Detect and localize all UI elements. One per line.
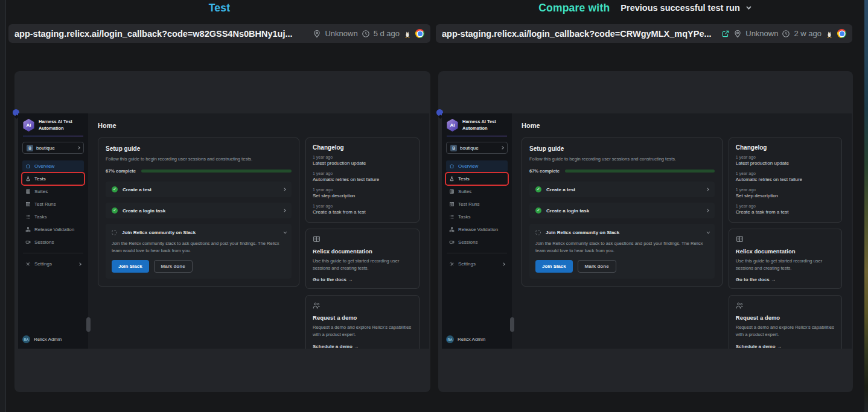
join-slack-description: Join the Relicx community slack to ask q…	[535, 240, 709, 254]
changelog-entry: 1 year ago Create a task from a test	[313, 204, 412, 215]
screenshot-container: AI Harness AI Test Automation B boutique	[438, 71, 853, 392]
changelog-text: Latest production update	[736, 160, 835, 166]
project-selector[interactable]: B boutique	[446, 142, 508, 154]
dropdown-label: Previous successful test run	[621, 3, 739, 13]
sidebar-item-tests[interactable]: Tests	[446, 173, 508, 185]
changelog-entry: 1 year ago Latest production update	[313, 155, 412, 166]
checklist-item-join-slack-header[interactable]: Join Relicx community on Slack	[535, 230, 709, 235]
docs-title: Relicx documentation	[736, 248, 835, 255]
chevron-down-icon	[706, 230, 710, 233]
page-title: Home	[522, 122, 842, 129]
sidebar-item-suites[interactable]: Suites	[446, 186, 508, 197]
join-slack-button[interactable]: Join Slack	[112, 260, 149, 273]
right-edge-strip	[864, 0, 868, 412]
demo-link[interactable]: Schedule a demo →	[313, 344, 412, 349]
sidebar-item-test-runs[interactable]: Test Runs	[446, 198, 508, 210]
sidebar-collapse-handle[interactable]	[86, 317, 91, 332]
hierarchy-icon	[449, 227, 455, 232]
mark-done-button[interactable]: Mark done	[154, 260, 193, 273]
chevron-right-icon	[282, 188, 286, 191]
sidebar-item-tests[interactable]: Tests	[22, 173, 84, 185]
external-link-icon[interactable]	[721, 30, 730, 38]
setup-guide-card: Setup guide Follow this guide to begin r…	[522, 138, 723, 287]
sidebar-collapse-handle[interactable]	[510, 317, 514, 332]
chevron-right-icon	[77, 146, 80, 150]
video-icon	[25, 239, 31, 245]
mark-done-button[interactable]: Mark done	[578, 260, 616, 273]
app-sidebar: AI Harness AI Test Automation B boutique	[18, 113, 88, 349]
checklist-item-create-login-task[interactable]: ✓ Create a login task	[529, 203, 715, 218]
check-circle-icon: ✓	[112, 208, 118, 214]
sidebar-item-overview[interactable]: Overview	[446, 160, 508, 172]
app-logo: AI Harness AI Test Automation	[22, 119, 84, 132]
grid-icon	[449, 189, 455, 194]
changelog-entry: 1 year ago Automatic retries on test fai…	[736, 171, 835, 182]
compare-run-dropdown[interactable]: Previous successful test run	[621, 3, 749, 13]
project-badge: B	[450, 145, 457, 151]
url-bar[interactable]: app-staging.relicx.ai/login_callback?cod…	[436, 24, 852, 43]
user-row[interactable]: RA Relicx Admin	[446, 335, 508, 343]
changelog-time: 1 year ago	[736, 204, 835, 208]
check-circle-icon: ✓	[535, 208, 541, 214]
chevron-right-icon	[78, 262, 81, 266]
app-main: Home Setup guide Follow this guide to be…	[512, 113, 852, 349]
clock-icon	[362, 30, 370, 38]
sidebar-item-tasks[interactable]: Tasks	[446, 211, 508, 223]
sidebar-divider	[23, 136, 83, 136]
docs-description: Use this guide to get started recording …	[736, 258, 835, 271]
url-text: app-staging.relicx.ai/login_callback?cod…	[442, 29, 712, 39]
screenshot-container: AI Harness AI Test Automation B boutique	[14, 71, 430, 392]
changelog-card: Changelog 1 year ago Latest production u…	[305, 138, 420, 223]
demo-description: Request a demo and explore Relicx's capa…	[313, 324, 412, 338]
people-icon	[313, 302, 412, 311]
user-name: Relicx Admin	[458, 337, 485, 342]
docs-link[interactable]: Go to the docs →	[313, 277, 412, 282]
checklist-item-join-slack-header[interactable]: Join Relicx community on Slack	[112, 230, 286, 235]
sidebar-item-release-validation[interactable]: Release Validation	[446, 224, 508, 235]
panel-title: Compare with	[538, 2, 610, 14]
chrome-icon	[415, 29, 424, 38]
flask-icon	[449, 176, 455, 182]
project-selector[interactable]: B boutique	[22, 142, 84, 154]
url-bar[interactable]: app-staging.relicx.ai/login_callback?cod…	[8, 24, 430, 43]
sidebar-item-sessions[interactable]: Sessions	[446, 236, 508, 248]
demo-link[interactable]: Schedule a demo →	[736, 344, 835, 349]
sidebar-item-settings[interactable]: Settings	[22, 258, 84, 270]
progress-track	[565, 170, 715, 173]
sidebar-item-test-runs[interactable]: Test Runs	[22, 198, 84, 210]
app-main: Home Setup guide Follow this guide to be…	[88, 113, 429, 349]
docs-link[interactable]: Go to the docs →	[736, 277, 835, 282]
sidebar-item-settings[interactable]: Settings	[446, 258, 508, 270]
changelog-entry: 1 year ago Automatic retries on test fai…	[313, 171, 412, 182]
linux-icon	[825, 30, 834, 38]
flask-icon	[25, 176, 31, 182]
docs-title: Relicx documentation	[313, 248, 412, 255]
changelog-text: Automatic retries on test failure	[736, 177, 835, 182]
join-slack-button[interactable]: Join Slack	[535, 260, 573, 273]
setup-guide-description: Follow this guide to begin recording use…	[106, 156, 292, 162]
changelog-entry: 1 year ago Create a task from a test	[736, 204, 835, 215]
changelog-time: 1 year ago	[736, 171, 835, 176]
join-slack-description: Join the Relicx community slack to ask q…	[112, 240, 286, 254]
setup-guide-description: Follow this guide to begin recording use…	[529, 156, 715, 162]
sidebar-item-overview[interactable]: Overview	[22, 160, 84, 172]
app-sidebar: AI Harness AI Test Automation B boutique	[442, 113, 512, 349]
sidebar-item-suites[interactable]: Suites	[22, 186, 84, 197]
docs-description: Use this guide to get started recording …	[313, 258, 412, 271]
age-label: 2 w ago	[794, 29, 822, 38]
checklist-item-create-login-task[interactable]: ✓ Create a login task	[106, 203, 292, 218]
setup-guide-title: Setup guide	[529, 145, 715, 152]
user-row[interactable]: RA Relicx Admin	[22, 335, 84, 343]
setup-guide-title: Setup guide	[106, 145, 292, 152]
sidebar-item-sessions[interactable]: Sessions	[22, 236, 84, 248]
chrome-icon	[837, 29, 846, 38]
docs-card: Relicx documentation Use this guide to g…	[305, 229, 420, 289]
checklist-item-join-slack: Join Relicx community on Slack Join the …	[529, 224, 715, 279]
changelog-text: Set step description	[736, 193, 835, 198]
sidebar-item-tasks[interactable]: Tasks	[22, 211, 84, 223]
sidebar-item-release-validation[interactable]: Release Validation	[22, 224, 84, 235]
checklist-item-create-test[interactable]: ✓ Create a test	[106, 182, 292, 197]
checklist-item-create-test[interactable]: ✓ Create a test	[529, 182, 715, 197]
changelog-entry: 1 year ago Latest production update	[736, 155, 835, 166]
location-label: Unknown	[745, 29, 778, 38]
